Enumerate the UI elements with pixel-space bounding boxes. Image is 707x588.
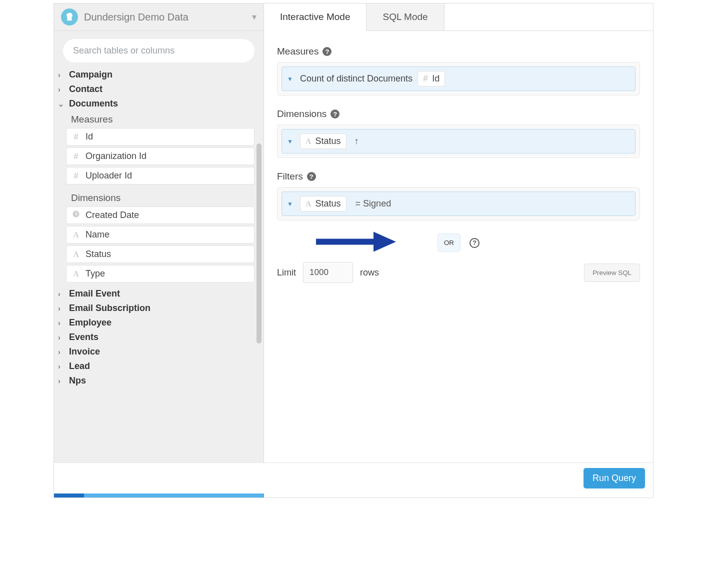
tree-item-email-subscription[interactable]: › Email Subscription xyxy=(57,301,258,316)
field-uploader-id[interactable]: # Uploader Id xyxy=(66,167,254,184)
datasource-title: Dundersign Demo Data xyxy=(84,12,246,23)
chevron-right-icon: › xyxy=(58,319,65,327)
tree-item-label: Documents xyxy=(69,98,118,109)
text-icon: A xyxy=(72,270,80,278)
builder-body: Measures ? ▼ Count of distinct Documents… xyxy=(264,31,653,288)
main-split: Dundersign Demo Data ▾ › Campaign › Cont… xyxy=(54,4,653,462)
right-panel: Interactive Mode SQL Mode Measures ? ▼ C… xyxy=(264,4,653,462)
help-icon[interactable]: ? xyxy=(470,238,480,248)
svg-marker-2 xyxy=(374,232,396,252)
chevron-right-icon: › xyxy=(58,86,65,94)
field-type[interactable]: A Type xyxy=(66,265,254,282)
tree-item-documents[interactable]: ⌄ Documents xyxy=(57,96,258,111)
tree-item-events[interactable]: › Events xyxy=(57,330,258,344)
measure-pill[interactable]: ▼ Count of distinct Documents # Id xyxy=(282,66,636,91)
datasource-selector[interactable]: Dundersign Demo Data ▾ xyxy=(54,4,264,31)
chevron-right-icon: › xyxy=(58,71,65,79)
mode-tabs: Interactive Mode SQL Mode xyxy=(264,4,653,31)
dimensions-list: Created Date A Name A Status A Type xyxy=(57,206,258,282)
tab-interactive-mode[interactable]: Interactive Mode xyxy=(264,4,366,31)
measure-label: Count of distinct Documents xyxy=(300,74,412,84)
chevron-right-icon: › xyxy=(58,377,65,385)
chevron-right-icon: › xyxy=(58,290,65,298)
field-id[interactable]: # Id xyxy=(66,128,254,146)
dropdown-caret-icon[interactable]: ▼ xyxy=(287,76,295,82)
filters-dropzone[interactable]: ▼ A Status = Signed xyxy=(277,187,640,220)
dimension-pill[interactable]: ▼ A Status ↑ xyxy=(282,129,636,154)
tree-item-label: Campaign xyxy=(69,70,112,80)
sort-ascending-icon[interactable]: ↑ xyxy=(354,136,359,146)
tree-item-campaign[interactable]: › Campaign xyxy=(57,68,258,82)
bottom-progress-strip xyxy=(54,494,653,498)
tree-item-lead[interactable]: › Lead xyxy=(57,359,258,374)
help-icon[interactable]: ? xyxy=(330,110,340,118)
postgres-icon xyxy=(61,8,78,26)
dimensions-heading: Dimensions xyxy=(57,190,258,206)
text-icon: A xyxy=(72,250,80,259)
filter-op-value: = Signed xyxy=(356,198,392,209)
field-label: Type xyxy=(86,268,105,279)
tree-item-label: Nps xyxy=(69,376,86,386)
field-label: Uploader Id xyxy=(86,170,132,181)
field-name[interactable]: A Name xyxy=(66,226,254,244)
measures-title: Measures xyxy=(277,46,318,57)
measures-list: # Id # Organization Id # Uploader Id xyxy=(57,128,258,184)
measure-field-chip[interactable]: # Id xyxy=(418,71,445,86)
schema-tree: › Campaign › Contact ⌄ Documents Measure… xyxy=(54,68,264,388)
tree-item-label: Email Event xyxy=(69,288,120,299)
chip-label: Status xyxy=(316,136,341,146)
tree-item-employee[interactable]: › Employee xyxy=(57,316,258,330)
tree-item-label: Email Subscription xyxy=(69,303,150,314)
tree-item-invoice[interactable]: › Invoice xyxy=(57,344,258,359)
limit-input[interactable] xyxy=(303,262,353,283)
help-icon[interactable]: ? xyxy=(307,172,316,181)
hash-icon: # xyxy=(72,132,80,142)
dimensions-title: Dimensions xyxy=(277,108,326,120)
tree-item-email-event[interactable]: › Email Event xyxy=(57,286,258,301)
field-label: Name xyxy=(86,230,110,240)
hash-icon: # xyxy=(72,171,80,181)
dimensions-title-row: Dimensions ? xyxy=(277,108,640,120)
field-organization-id[interactable]: # Organization Id xyxy=(66,148,254,165)
dropdown-caret-icon[interactable]: ▼ xyxy=(287,138,295,145)
footer: Run Query xyxy=(54,462,653,494)
limit-suffix: rows xyxy=(360,268,379,278)
tree-item-label: Invoice xyxy=(69,346,100,357)
filter-field-chip[interactable]: A Status xyxy=(300,196,346,212)
chip-label: Id xyxy=(432,74,440,84)
preview-sql-button[interactable]: Preview SQL xyxy=(584,264,640,282)
limit-label: Limit xyxy=(277,268,296,278)
or-row: OR ? xyxy=(277,234,640,252)
text-icon: A xyxy=(306,200,312,208)
chevron-right-icon: › xyxy=(58,348,65,356)
filter-pill[interactable]: ▼ A Status = Signed xyxy=(282,192,636,216)
help-icon[interactable]: ? xyxy=(322,47,332,56)
or-button[interactable]: OR xyxy=(438,234,460,252)
run-query-button[interactable]: Run Query xyxy=(584,468,645,488)
dimensions-dropzone[interactable]: ▼ A Status ↑ xyxy=(277,124,640,158)
dimension-field-chip[interactable]: A Status xyxy=(300,134,346,149)
filters-title: Filters xyxy=(277,171,303,182)
field-label: Id xyxy=(86,132,93,142)
field-created-date[interactable]: Created Date xyxy=(66,206,254,224)
field-status[interactable]: A Status xyxy=(66,246,254,263)
tree-item-nps[interactable]: › Nps xyxy=(57,374,258,388)
app-root: Dundersign Demo Data ▾ › Campaign › Cont… xyxy=(54,3,654,498)
tree-item-label: Events xyxy=(69,332,98,342)
tab-sql-mode[interactable]: SQL Mode xyxy=(366,4,444,30)
search-input[interactable] xyxy=(63,39,254,62)
measures-heading: Measures xyxy=(57,111,258,128)
chevron-down-icon: ▾ xyxy=(252,12,256,22)
chevron-down-icon: ⌄ xyxy=(58,100,65,108)
limit-row: Limit rows Preview SQL xyxy=(277,262,640,283)
clock-icon xyxy=(72,210,80,220)
field-label: Created Date xyxy=(86,210,139,220)
sidebar: Dundersign Demo Data ▾ › Campaign › Cont… xyxy=(54,4,264,462)
sidebar-scrollbar-thumb[interactable] xyxy=(256,144,262,344)
tree-item-label: Contact xyxy=(69,84,102,94)
search-wrap xyxy=(54,31,264,68)
tree-item-contact[interactable]: › Contact xyxy=(57,82,258,96)
filters-title-row: Filters ? xyxy=(277,171,640,182)
dropdown-caret-icon[interactable]: ▼ xyxy=(287,200,295,208)
measures-dropzone[interactable]: ▼ Count of distinct Documents # Id xyxy=(277,62,640,96)
